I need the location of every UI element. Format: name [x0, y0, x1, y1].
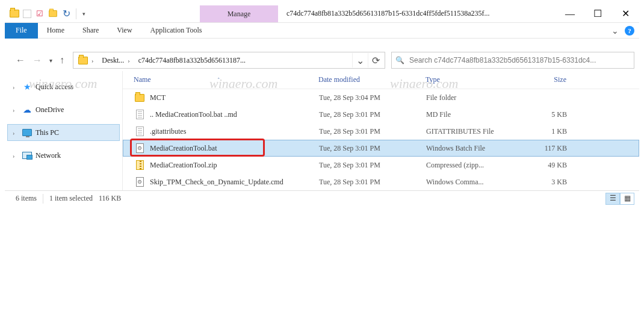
file-date: Tue, 28 Sep 3:01 PM: [319, 144, 426, 153]
file-size: 1 KB: [518, 127, 574, 136]
breadcrumb-desktop[interactable]: Deskt...›: [98, 53, 134, 67]
breadcrumb-current[interactable]: c74dc774a8fb81a332b5d65613187...: [135, 53, 352, 67]
file-date: Tue, 28 Sep 3:01 PM: [319, 161, 426, 170]
file-row[interactable]: MediaCreationTool.batTue, 28 Sep 3:01 PM…: [123, 140, 639, 157]
chevron-right-icon[interactable]: ›: [13, 130, 19, 136]
file-icon: [134, 176, 145, 187]
recent-locations-dropdown[interactable]: ▾: [49, 57, 52, 64]
net-icon: [22, 151, 32, 160]
file-row[interactable]: .. MediaCreationTool.bat ..mdTue, 28 Sep…: [123, 106, 639, 123]
file-row[interactable]: MediaCreationTool.zipTue, 28 Sep 3:01 PM…: [123, 157, 639, 173]
file-type: MD File: [426, 110, 518, 119]
sidebar-item-onedrive[interactable]: ›☁OneDrive: [7, 101, 120, 118]
tab-home[interactable]: Home: [38, 23, 73, 39]
cloud-icon: ☁: [22, 105, 32, 114]
file-type: Windows Batch File: [426, 144, 518, 153]
file-size: 49 KB: [518, 161, 574, 170]
search-input[interactable]: [408, 55, 630, 65]
tab-application-tools[interactable]: Application Tools: [141, 23, 211, 39]
file-icon: [134, 126, 145, 137]
column-header-name[interactable]: Name ˄: [123, 75, 318, 84]
folder-icon: [134, 92, 145, 103]
file-row[interactable]: Skip_TPM_Check_on_Dynamic_Update.cmdTue,…: [123, 173, 639, 190]
thumbnail-view-button[interactable]: ▦: [620, 193, 634, 205]
file-icon: [134, 160, 145, 170]
status-bar: 6 items 1 item selected 116 KB ☰ ▦: [5, 190, 639, 206]
status-selection-count: 1 item selected: [43, 194, 99, 203]
minimize-button[interactable]: —: [556, 5, 584, 23]
file-name: Skip_TPM_Check_on_Dynamic_Update.cmd: [150, 178, 283, 187]
status-item-count: 6 items: [10, 194, 43, 203]
help-icon[interactable]: ?: [625, 26, 634, 36]
back-button[interactable]: ←: [16, 55, 25, 66]
up-button[interactable]: ↑: [60, 55, 64, 66]
tab-share[interactable]: Share: [73, 23, 108, 39]
qat-properties-icon[interactable]: [23, 10, 31, 18]
chevron-right-icon[interactable]: ›: [13, 84, 19, 90]
navigation-bar: ← → ▾ ↑ › Deskt...› c74dc774a8fb81a332b5…: [5, 49, 639, 71]
file-size: 3 KB: [518, 178, 574, 187]
refresh-button[interactable]: ⟳: [368, 53, 383, 67]
file-size: 117 KB: [518, 144, 574, 153]
file-type: File folder: [426, 93, 518, 102]
file-date: Tue, 28 Sep 3:01 PM: [319, 127, 426, 136]
sidebar-item-network[interactable]: ›Network: [7, 147, 120, 164]
chevron-right-icon[interactable]: ›: [13, 107, 19, 113]
file-list-pane: Name ˄ Date modified Type Size MCTTue, 2…: [123, 71, 639, 190]
search-box[interactable]: 🔍: [391, 52, 634, 69]
file-name: MediaCreationTool.bat: [150, 144, 217, 153]
file-size: 5 KB: [518, 110, 574, 119]
navigation-pane: ›★Quick access›☁OneDrive›This PC›Network: [5, 71, 123, 190]
status-selection-size: 116 KB: [99, 194, 127, 203]
file-list: MCTTue, 28 Sep 3:04 PMFile folder.. Medi…: [123, 89, 639, 190]
qat-checkbox-icon[interactable]: ☑: [35, 9, 45, 19]
close-button[interactable]: ✕: [611, 5, 639, 23]
sidebar-item-this-pc[interactable]: ›This PC: [7, 124, 120, 141]
star-icon: ★: [22, 82, 32, 92]
address-bar[interactable]: › Deskt...› c74dc774a8fb81a332b5d6561318…: [73, 52, 385, 69]
file-row[interactable]: .gitattributesTue, 28 Sep 3:01 PMGITATTR…: [123, 123, 639, 140]
app-icon: [10, 9, 19, 19]
qat-customize-dropdown[interactable]: ▾: [82, 11, 85, 17]
qat-separator: [76, 8, 76, 19]
sidebar-item-label: Network: [36, 151, 61, 160]
file-icon: [134, 109, 145, 120]
sort-indicator-icon: ˄: [217, 77, 220, 83]
file-name: .gitattributes: [150, 127, 186, 136]
sidebar-item-quick-access[interactable]: ›★Quick access: [7, 78, 120, 95]
sidebar-item-label: OneDrive: [36, 105, 64, 114]
window-controls: — ☐ ✕: [556, 5, 639, 23]
forward-button[interactable]: →: [33, 55, 42, 66]
address-dropdown-button[interactable]: ⌄: [352, 53, 368, 67]
ribbon-collapsed-spacer: [5, 39, 639, 49]
file-date: Tue, 28 Sep 3:01 PM: [319, 178, 426, 187]
titlebar: ☑ ↻ ▾ Manage c74dc774a8fb81a332b5d656131…: [5, 5, 639, 23]
file-row[interactable]: MCTTue, 28 Sep 3:04 PMFile folder: [123, 89, 639, 106]
tab-view[interactable]: View: [108, 23, 141, 39]
details-view-button[interactable]: ☰: [605, 193, 620, 205]
monitor-icon: [22, 128, 32, 137]
view-toggle: ☰ ▦: [605, 193, 634, 205]
column-header-size[interactable]: Size: [517, 75, 574, 84]
chevron-right-icon[interactable]: ›: [13, 152, 19, 159]
file-name: MCT: [150, 93, 166, 102]
file-date: Tue, 28 Sep 3:04 PM: [319, 93, 426, 102]
maximize-button[interactable]: ☐: [584, 5, 611, 23]
column-header-date[interactable]: Date modified: [318, 75, 426, 84]
qat-redo-icon[interactable]: ↻: [61, 9, 71, 19]
explorer-window: ☑ ↻ ▾ Manage c74dc774a8fb81a332b5d656131…: [5, 5, 639, 206]
context-tab-manage[interactable]: Manage: [200, 5, 278, 22]
file-date: Tue, 28 Sep 3:01 PM: [319, 110, 426, 119]
sidebar-item-label: Quick access: [36, 83, 73, 92]
search-icon: 🔍: [395, 56, 404, 65]
file-tab[interactable]: File: [5, 23, 38, 39]
file-type: Windows Comma...: [426, 178, 518, 187]
qat-new-folder-icon[interactable]: [48, 9, 58, 19]
breadcrumb-root[interactable]: ›: [75, 53, 98, 67]
ribbon-expand-icon[interactable]: ⌄: [611, 26, 619, 36]
column-header-type[interactable]: Type: [426, 75, 517, 84]
column-headers: Name ˄ Date modified Type Size: [123, 71, 639, 89]
file-type: Compressed (zipp...: [426, 161, 518, 170]
quick-access-toolbar: ☑ ↻ ▾: [5, 8, 85, 19]
window-title: c74dc774a8fb81a332b5d65613187b15-6331dc4…: [286, 9, 556, 18]
